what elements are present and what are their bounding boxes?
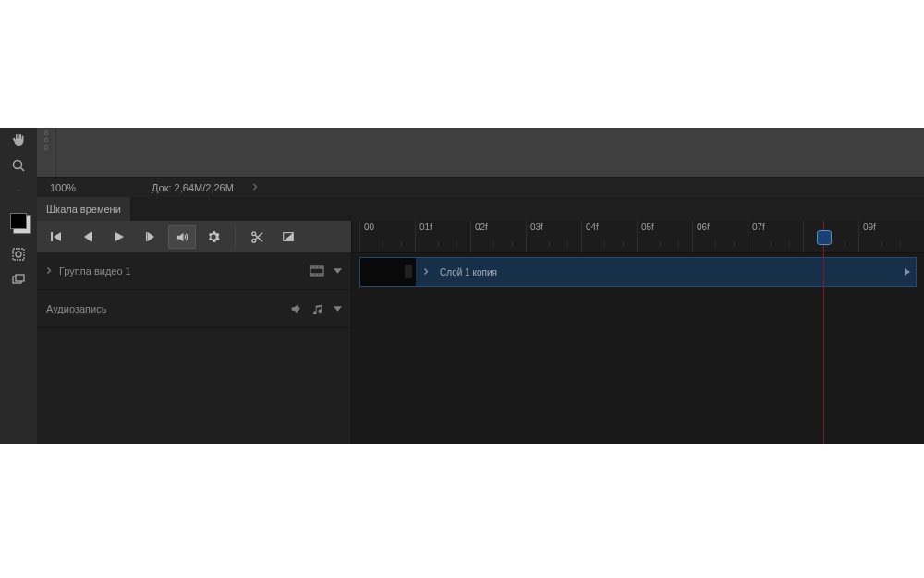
ruler-tick <box>803 221 808 252</box>
svg-marker-16 <box>176 232 183 240</box>
zoom-level[interactable]: 100% <box>50 182 152 193</box>
svg-rect-8 <box>16 275 24 281</box>
filmstrip-icon[interactable] <box>310 265 324 277</box>
clip-end-handle-icon[interactable] <box>903 267 912 277</box>
tab-timeline[interactable]: Шкала времени <box>37 197 131 221</box>
quickmask-icon[interactable] <box>10 246 27 263</box>
audio-track-row[interactable]: Аудиозапись <box>37 290 351 328</box>
transition-button[interactable] <box>274 225 302 249</box>
settings-button[interactable] <box>200 225 227 249</box>
ruler-tick: 05f <box>637 221 654 252</box>
ruler-tick-label: 00 <box>364 222 374 232</box>
play-button[interactable] <box>105 225 133 249</box>
svg-point-6 <box>16 252 21 257</box>
svg-rect-14 <box>146 232 148 241</box>
tool-strip <box>0 128 38 444</box>
canvas-row: 8 0 0 <box>37 128 924 177</box>
svg-marker-32 <box>334 268 342 273</box>
app-window: 8 0 0 100% Док: 2,64M/2,26M Шкала времен… <box>0 128 924 444</box>
ruler-tick-label: 06f <box>697 222 710 232</box>
split-clip-button[interactable] <box>243 225 271 249</box>
svg-marker-13 <box>116 232 124 241</box>
ruler-tick: 02f <box>470 221 488 252</box>
ruler-tick: 03f <box>526 221 543 252</box>
timeline-panel: Шкала времени <box>37 197 924 444</box>
playhead[interactable] <box>823 221 824 444</box>
svg-point-3 <box>18 190 19 191</box>
go-first-frame-button[interactable] <box>43 225 70 249</box>
svg-point-0 <box>14 161 22 169</box>
svg-point-2 <box>17 190 18 191</box>
ruler-tick: 00 <box>359 221 374 252</box>
canvas-area[interactable] <box>56 128 924 177</box>
vertical-ruler: 8 0 0 <box>37 128 56 177</box>
ruler-tick: 07f <box>748 221 765 252</box>
svg-marker-22 <box>284 233 294 241</box>
ruler-tick-label: 04f <box>586 222 599 232</box>
next-frame-button[interactable] <box>137 225 164 249</box>
speaker-icon[interactable] <box>290 302 303 315</box>
track-list-pane: Группа видео 1 Аудиозапись <box>37 221 352 444</box>
ruler-tick-label: 09f <box>863 222 876 232</box>
video-clip[interactable]: Слой 1 копия <box>359 257 917 287</box>
statusbar-chevron-icon[interactable] <box>252 182 258 193</box>
track-menu-chevron-icon[interactable] <box>334 306 342 312</box>
playhead-handle-icon[interactable] <box>817 230 832 245</box>
transport-bar <box>37 221 351 252</box>
svg-rect-9 <box>51 232 53 241</box>
svg-point-17 <box>251 231 255 235</box>
chevron-right-icon <box>423 267 429 277</box>
zoom-tool-icon[interactable] <box>10 157 27 174</box>
ruler-digit: 0 <box>37 144 55 152</box>
ruler-tick: 09f <box>858 221 876 252</box>
svg-point-4 <box>19 190 20 191</box>
chevron-right-icon <box>46 265 52 277</box>
color-swatch[interactable] <box>10 213 27 229</box>
screen-mode-icon[interactable] <box>10 272 27 289</box>
ruler-tick-label: 07f <box>752 222 765 232</box>
video-clip-row: Слой 1 копия <box>352 252 924 289</box>
clip-thumbnail <box>360 258 416 286</box>
time-ruler[interactable]: 0001f02f03f04f05f06f07f09f <box>352 221 924 253</box>
ruler-tick-label: 02f <box>475 222 488 232</box>
svg-marker-33 <box>292 305 298 314</box>
svg-marker-11 <box>84 232 91 241</box>
ruler-tick-label: 05f <box>641 222 654 232</box>
ruler-tick: 06f <box>692 221 710 252</box>
hand-tool-icon[interactable] <box>10 131 27 148</box>
svg-rect-12 <box>91 232 93 241</box>
svg-rect-5 <box>13 249 24 260</box>
timeline: Группа видео 1 Аудиозапись <box>37 221 924 444</box>
svg-marker-35 <box>905 268 910 276</box>
tracks-area[interactable]: 0001f02f03f04f05f06f07f09f Слой 1 копия <box>352 221 924 444</box>
ruler-tick: 04f <box>581 221 599 252</box>
more-tools-icon[interactable] <box>10 183 27 200</box>
panel-tab-bar: Шкала времени <box>37 197 924 222</box>
track-label: Группа видео 1 <box>59 265 131 277</box>
document-size: Док: 2,64M/2,26M <box>152 182 234 193</box>
music-note-icon[interactable] <box>312 303 324 315</box>
track-menu-chevron-icon[interactable] <box>334 268 342 274</box>
status-bar: 100% Док: 2,64M/2,26M <box>37 177 924 199</box>
ruler-digit: 8 <box>37 129 55 137</box>
clip-label: Слой 1 копия <box>440 267 497 277</box>
ruler-tick: 01f <box>415 221 432 252</box>
ruler-tick-label: 03f <box>530 222 543 232</box>
svg-line-1 <box>21 168 25 172</box>
svg-marker-10 <box>54 232 61 241</box>
prev-frame-button[interactable] <box>74 225 102 249</box>
track-label: Аудиозапись <box>46 303 106 314</box>
ruler-tick-label: 01f <box>419 222 432 232</box>
svg-marker-34 <box>334 306 342 311</box>
video-group-track-row[interactable]: Группа видео 1 <box>37 252 351 290</box>
separator <box>235 228 236 246</box>
mute-audio-button[interactable] <box>168 225 196 249</box>
svg-point-18 <box>251 239 255 242</box>
svg-marker-15 <box>148 232 154 241</box>
ruler-digit: 0 <box>37 137 55 144</box>
